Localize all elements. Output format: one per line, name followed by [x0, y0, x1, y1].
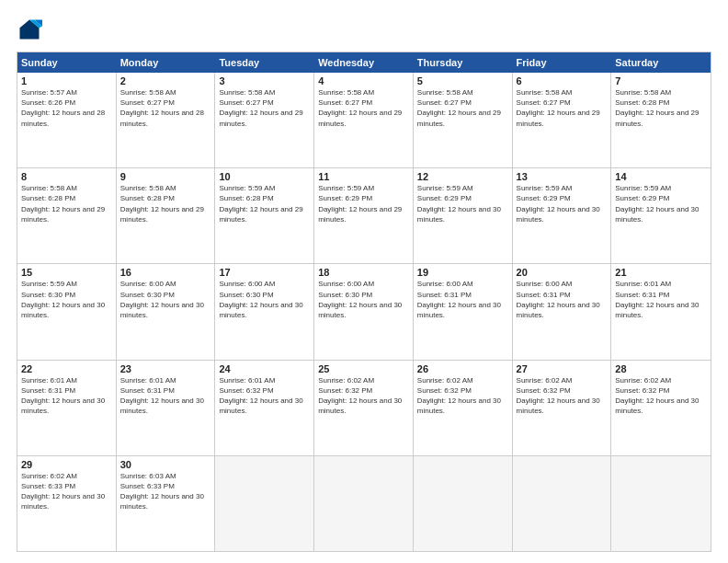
header-day-sunday: Sunday — [17, 52, 117, 73]
calendar-cell: 5 Sunrise: 5:58 AM Sunset: 6:27 PM Dayli… — [414, 73, 513, 167]
day-number: 17 — [219, 267, 310, 278]
calendar-cell: 18 Sunrise: 6:00 AM Sunset: 6:30 PM Dayl… — [314, 264, 414, 359]
logo-icon — [17, 17, 42, 42]
calendar-header: SundayMondayTuesdayWednesdayThursdayFrid… — [17, 52, 711, 73]
calendar-cell — [513, 456, 612, 551]
day-number: 19 — [417, 267, 508, 278]
cell-info: Sunrise: 6:02 AM Sunset: 6:33 PM Dayligh… — [21, 471, 112, 512]
page: SundayMondayTuesdayWednesdayThursdayFrid… — [0, 0, 728, 563]
day-number: 7 — [615, 75, 707, 86]
day-number: 1 — [21, 75, 112, 86]
calendar-cell — [414, 456, 513, 551]
calendar-cell: 30 Sunrise: 6:03 AM Sunset: 6:33 PM Dayl… — [117, 456, 216, 551]
day-number: 27 — [517, 363, 608, 374]
cell-info: Sunrise: 5:59 AM Sunset: 6:28 PM Dayligh… — [219, 183, 310, 224]
header-day-monday: Monday — [117, 52, 216, 73]
cell-info: Sunrise: 5:59 AM Sunset: 6:29 PM Dayligh… — [615, 183, 707, 224]
calendar-cell: 17 Sunrise: 6:00 AM Sunset: 6:30 PM Dayl… — [215, 264, 314, 359]
cell-info: Sunrise: 6:00 AM Sunset: 6:30 PM Dayligh… — [120, 279, 211, 320]
cell-info: Sunrise: 6:03 AM Sunset: 6:33 PM Dayligh… — [120, 471, 211, 512]
calendar-cell: 21 Sunrise: 6:01 AM Sunset: 6:31 PM Dayl… — [611, 264, 711, 359]
day-number: 11 — [318, 171, 409, 182]
calendar-cell: 9 Sunrise: 5:58 AM Sunset: 6:28 PM Dayli… — [117, 168, 216, 263]
cell-info: Sunrise: 6:00 AM Sunset: 6:30 PM Dayligh… — [318, 279, 409, 320]
cell-info: Sunrise: 5:58 AM Sunset: 6:27 PM Dayligh… — [219, 87, 310, 129]
day-number: 21 — [615, 267, 707, 278]
day-number: 30 — [120, 459, 211, 470]
cell-info: Sunrise: 5:58 AM Sunset: 6:27 PM Dayligh… — [517, 87, 608, 129]
day-number: 3 — [219, 75, 310, 86]
cell-info: Sunrise: 6:00 AM Sunset: 6:31 PM Dayligh… — [517, 279, 608, 320]
header-day-thursday: Thursday — [414, 52, 513, 73]
day-number: 15 — [21, 267, 112, 278]
day-number: 23 — [120, 363, 211, 374]
calendar-row-3: 15 Sunrise: 5:59 AM Sunset: 6:30 PM Dayl… — [17, 264, 711, 360]
day-number: 13 — [517, 171, 608, 182]
cell-info: Sunrise: 5:58 AM Sunset: 6:28 PM Dayligh… — [120, 183, 211, 224]
calendar-cell: 26 Sunrise: 6:02 AM Sunset: 6:32 PM Dayl… — [414, 361, 513, 455]
calendar-cell: 3 Sunrise: 5:58 AM Sunset: 6:27 PM Dayli… — [215, 73, 314, 167]
calendar-cell: 1 Sunrise: 5:57 AM Sunset: 6:26 PM Dayli… — [17, 73, 117, 167]
calendar-row-2: 8 Sunrise: 5:58 AM Sunset: 6:28 PM Dayli… — [17, 168, 711, 264]
cell-info: Sunrise: 6:01 AM Sunset: 6:31 PM Dayligh… — [21, 375, 112, 417]
cell-info: Sunrise: 6:01 AM Sunset: 6:32 PM Dayligh… — [219, 375, 310, 417]
cell-info: Sunrise: 6:02 AM Sunset: 6:32 PM Dayligh… — [517, 375, 608, 417]
header-day-friday: Friday — [513, 52, 612, 73]
calendar-cell: 4 Sunrise: 5:58 AM Sunset: 6:27 PM Dayli… — [314, 73, 414, 167]
calendar-cell: 25 Sunrise: 6:02 AM Sunset: 6:32 PM Dayl… — [314, 361, 414, 455]
cell-info: Sunrise: 6:02 AM Sunset: 6:32 PM Dayligh… — [417, 375, 508, 417]
cell-info: Sunrise: 5:59 AM Sunset: 6:29 PM Dayligh… — [318, 183, 409, 224]
day-number: 24 — [219, 363, 310, 374]
day-number: 2 — [120, 75, 211, 86]
day-number: 22 — [21, 363, 112, 374]
calendar-cell: 28 Sunrise: 6:02 AM Sunset: 6:32 PM Dayl… — [611, 361, 711, 455]
calendar-cell: 10 Sunrise: 5:59 AM Sunset: 6:28 PM Dayl… — [215, 168, 314, 263]
calendar: SundayMondayTuesdayWednesdayThursdayFrid… — [17, 52, 711, 552]
calendar-cell: 8 Sunrise: 5:58 AM Sunset: 6:28 PM Dayli… — [17, 168, 117, 263]
cell-info: Sunrise: 5:58 AM Sunset: 6:27 PM Dayligh… — [318, 87, 409, 129]
calendar-cell: 7 Sunrise: 5:58 AM Sunset: 6:28 PM Dayli… — [611, 73, 711, 167]
header — [17, 17, 711, 42]
calendar-cell: 14 Sunrise: 5:59 AM Sunset: 6:29 PM Dayl… — [611, 168, 711, 263]
calendar-row-4: 22 Sunrise: 6:01 AM Sunset: 6:31 PM Dayl… — [17, 361, 711, 456]
cell-info: Sunrise: 5:58 AM Sunset: 6:27 PM Dayligh… — [417, 87, 508, 129]
calendar-cell: 11 Sunrise: 5:59 AM Sunset: 6:29 PM Dayl… — [314, 168, 414, 263]
logo — [17, 17, 46, 42]
day-number: 28 — [615, 363, 707, 374]
calendar-cell: 16 Sunrise: 6:00 AM Sunset: 6:30 PM Dayl… — [117, 264, 216, 359]
header-day-tuesday: Tuesday — [215, 52, 314, 73]
cell-info: Sunrise: 6:01 AM Sunset: 6:31 PM Dayligh… — [120, 375, 211, 417]
calendar-cell: 20 Sunrise: 6:00 AM Sunset: 6:31 PM Dayl… — [513, 264, 612, 359]
cell-info: Sunrise: 5:57 AM Sunset: 6:26 PM Dayligh… — [21, 87, 112, 129]
cell-info: Sunrise: 6:02 AM Sunset: 6:32 PM Dayligh… — [615, 375, 707, 417]
cell-info: Sunrise: 5:59 AM Sunset: 6:29 PM Dayligh… — [517, 183, 608, 224]
calendar-cell — [314, 456, 414, 551]
day-number: 29 — [21, 459, 112, 470]
calendar-row-1: 1 Sunrise: 5:57 AM Sunset: 6:26 PM Dayli… — [17, 73, 711, 168]
calendar-cell: 13 Sunrise: 5:59 AM Sunset: 6:29 PM Dayl… — [513, 168, 612, 263]
cell-info: Sunrise: 6:02 AM Sunset: 6:32 PM Dayligh… — [318, 375, 409, 417]
cell-info: Sunrise: 5:58 AM Sunset: 6:28 PM Dayligh… — [615, 87, 707, 129]
day-number: 6 — [517, 75, 608, 86]
calendar-body: 1 Sunrise: 5:57 AM Sunset: 6:26 PM Dayli… — [17, 73, 711, 551]
header-day-wednesday: Wednesday — [314, 52, 414, 73]
day-number: 18 — [318, 267, 409, 278]
calendar-cell: 27 Sunrise: 6:02 AM Sunset: 6:32 PM Dayl… — [513, 361, 612, 455]
cell-info: Sunrise: 6:00 AM Sunset: 6:30 PM Dayligh… — [219, 279, 310, 320]
header-day-saturday: Saturday — [611, 52, 711, 73]
calendar-cell — [215, 456, 314, 551]
day-number: 14 — [615, 171, 707, 182]
day-number: 10 — [219, 171, 310, 182]
cell-info: Sunrise: 5:58 AM Sunset: 6:27 PM Dayligh… — [120, 87, 211, 129]
cell-info: Sunrise: 5:59 AM Sunset: 6:29 PM Dayligh… — [417, 183, 508, 224]
calendar-cell: 19 Sunrise: 6:00 AM Sunset: 6:31 PM Dayl… — [414, 264, 513, 359]
day-number: 20 — [517, 267, 608, 278]
calendar-cell: 22 Sunrise: 6:01 AM Sunset: 6:31 PM Dayl… — [17, 361, 117, 455]
calendar-row-5: 29 Sunrise: 6:02 AM Sunset: 6:33 PM Dayl… — [17, 456, 711, 551]
calendar-cell: 23 Sunrise: 6:01 AM Sunset: 6:31 PM Dayl… — [117, 361, 216, 455]
calendar-cell: 6 Sunrise: 5:58 AM Sunset: 6:27 PM Dayli… — [513, 73, 612, 167]
calendar-cell: 29 Sunrise: 6:02 AM Sunset: 6:33 PM Dayl… — [17, 456, 117, 551]
day-number: 9 — [120, 171, 211, 182]
cell-info: Sunrise: 6:00 AM Sunset: 6:31 PM Dayligh… — [417, 279, 508, 320]
day-number: 5 — [417, 75, 508, 86]
